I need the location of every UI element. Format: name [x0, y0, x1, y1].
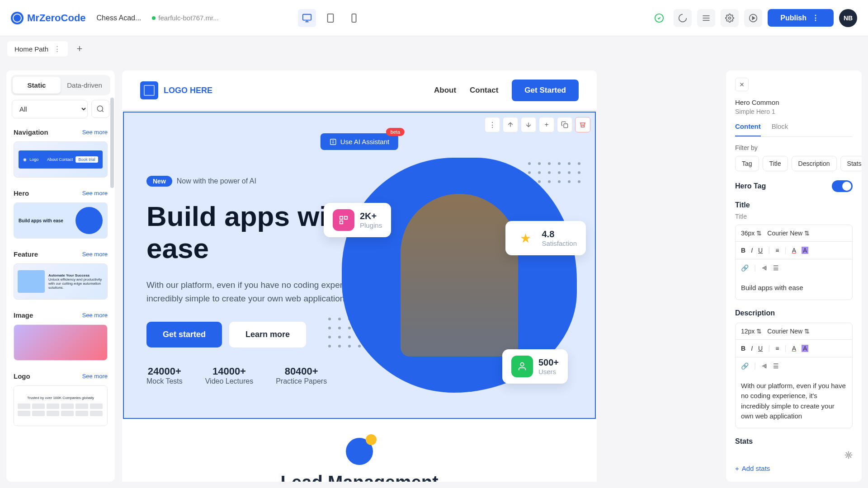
filter-pill-stats[interactable]: Stats — [840, 156, 862, 171]
canvas-hero-section[interactable]: ⋮ + Use AI Assistant — [123, 112, 596, 419]
section-title: Image — [14, 311, 33, 319]
highlight-button[interactable]: A — [802, 247, 808, 254]
see-more-link[interactable]: See more — [82, 251, 108, 258]
see-more-link[interactable]: See more — [82, 373, 108, 380]
block-more-button[interactable]: ⋮ — [485, 117, 500, 132]
text-color-button[interactable]: A — [792, 345, 796, 352]
italic-button[interactable]: I — [751, 247, 753, 254]
sync-button[interactable] — [674, 9, 692, 27]
bold-button[interactable]: B — [741, 345, 745, 352]
device-mobile-button[interactable] — [345, 9, 363, 27]
underline-button[interactable]: U — [758, 345, 763, 352]
see-more-link[interactable]: See more — [82, 190, 108, 197]
component-card-logo[interactable]: Trusted by over 100K Companies globally — [14, 385, 108, 426]
plus-icon: + — [735, 465, 739, 472]
user-avatar[interactable]: NB — [839, 9, 857, 27]
add-tab-button[interactable]: + — [71, 41, 88, 57]
unordered-list-button[interactable]: ☰ — [773, 264, 779, 272]
ai-assistant-button[interactable]: Use AI Assistant beta — [321, 133, 398, 150]
sidebar-tab-static[interactable]: Static — [13, 77, 61, 94]
hero-image-area: 2K+ Plugins ★ 4.8 Satisfaction — [342, 158, 577, 393]
sidebar-scrollbar[interactable] — [110, 98, 114, 188]
italic-button[interactable]: I — [751, 345, 753, 352]
section-title: Navigation — [14, 128, 48, 136]
align-button[interactable]: ≡ — [775, 247, 779, 254]
link-button[interactable]: 🔗 — [741, 362, 749, 370]
sidebar-filter-row: All — [6, 100, 115, 124]
hero-preview: Build apps with ease — [14, 203, 107, 238]
panel-subtitle: Simple Hero 1 — [735, 108, 853, 115]
stats-section-label: Stats — [735, 437, 853, 446]
stat-item: 14000+ Video Lectures — [205, 366, 253, 385]
filter-pill-title[interactable]: Title — [763, 156, 788, 171]
project-url[interactable]: fearfulc-bot767.mr... — [152, 14, 218, 22]
publish-button[interactable]: Publish ⋮ — [768, 9, 834, 27]
component-card-image[interactable] — [14, 324, 108, 361]
filter-pill-description[interactable]: Description — [792, 156, 837, 171]
path-tab-more-icon[interactable]: ⋮ — [54, 45, 61, 53]
ordered-list-button[interactable]: ⫷ — [761, 362, 768, 370]
block-duplicate-button[interactable] — [557, 117, 572, 132]
font-family-select[interactable]: Courier New ⇅ — [767, 230, 810, 237]
font-family-select[interactable]: Courier New ⇅ — [767, 328, 810, 335]
see-more-link[interactable]: See more — [82, 312, 108, 319]
block-delete-button[interactable] — [575, 117, 590, 132]
component-card-navigation[interactable]: ◉Logo About Contact Book trial — [14, 141, 108, 178]
users-label: Users — [538, 368, 559, 375]
users-icon — [511, 356, 533, 377]
hero-tag-toggle[interactable] — [832, 180, 853, 192]
svg-rect-22 — [340, 221, 343, 224]
panel-tab-content[interactable]: Content — [735, 122, 761, 136]
unordered-list-button[interactable]: ☰ — [773, 362, 779, 370]
canvas-wrap[interactable]: LOGO HERE About Contact Get Started ⋮ + — [122, 70, 597, 482]
component-card-feature[interactable]: Automate Your Success Unlock efficiency … — [14, 263, 108, 300]
add-stats-button[interactable]: + Add stats — [735, 465, 853, 472]
left-sidebar: Static Data-driven All Navigation See mo… — [6, 70, 115, 482]
close-panel-button[interactable] — [735, 78, 749, 91]
section-header-feature: Feature See more — [6, 246, 115, 262]
title-sublabel: Title — [735, 213, 853, 220]
stats-settings-button[interactable] — [844, 451, 853, 459]
desc-editor-toolbar: 12px ⇅ Courier New ⇅ — [736, 323, 852, 340]
feature-preview-image-icon — [18, 270, 45, 293]
sidebar-filter-select[interactable]: All — [12, 100, 88, 118]
desc-editor-toolbar-3: 🔗 | ⫷ ☰ — [736, 357, 852, 375]
block-add-button[interactable]: + — [539, 117, 554, 132]
ordered-list-button[interactable]: ⫷ — [761, 264, 768, 272]
component-card-hero[interactable]: Build apps with ease — [14, 202, 108, 239]
canvas-nav-section[interactable]: LOGO HERE About Contact Get Started — [122, 70, 597, 111]
bold-button[interactable]: B — [741, 247, 745, 254]
link-button[interactable]: 🔗 — [741, 264, 749, 272]
settings-button[interactable] — [721, 9, 739, 27]
text-color-button[interactable]: A — [792, 247, 796, 254]
device-tablet-button[interactable] — [321, 9, 340, 27]
canvas-lead-management-section[interactable]: Lead Management — [122, 420, 597, 482]
block-move-up-button[interactable] — [503, 117, 518, 132]
sidebar-search-button[interactable] — [91, 100, 109, 118]
align-button[interactable]: ≡ — [775, 345, 779, 352]
path-tab-home[interactable]: Home Path ⋮ — [7, 41, 68, 56]
highlight-button[interactable]: A — [802, 345, 808, 352]
canvas-nav-link-about: About — [434, 86, 456, 95]
desc-editor-toolbar-2: B I U | ≡ | A A — [736, 340, 852, 357]
preview-button[interactable] — [744, 9, 762, 27]
device-desktop-button[interactable] — [298, 9, 316, 27]
status-check-icon[interactable] — [650, 9, 668, 27]
feature-preview: Automate Your Success Unlock efficiency … — [14, 264, 107, 299]
sidebar-tab-data-driven[interactable]: Data-driven — [61, 77, 108, 94]
list-button[interactable] — [697, 9, 715, 27]
topbar: MrZeroCode Chess Acad... fearfulc-bot767… — [0, 0, 868, 36]
block-move-down-button[interactable] — [521, 117, 536, 132]
see-more-link[interactable]: See more — [82, 129, 108, 136]
filter-pill-tag[interactable]: Tag — [735, 156, 759, 171]
desc-editor-content[interactable]: With our platform, even if you have no c… — [736, 375, 852, 428]
title-editor-content[interactable]: Build apps with ease — [736, 277, 852, 300]
project-name[interactable]: Chess Acad... — [97, 14, 142, 22]
brand[interactable]: MrZeroCode — [11, 12, 86, 24]
canvas-logo-text: LOGO HERE — [164, 86, 212, 95]
font-size-select[interactable]: 36px ⇅ — [741, 230, 762, 237]
font-size-select[interactable]: 12px ⇅ — [741, 328, 762, 335]
underline-button[interactable]: U — [758, 247, 763, 254]
float-card-plugins: 2K+ Plugins — [324, 203, 391, 237]
panel-tab-block[interactable]: Block — [772, 122, 788, 136]
